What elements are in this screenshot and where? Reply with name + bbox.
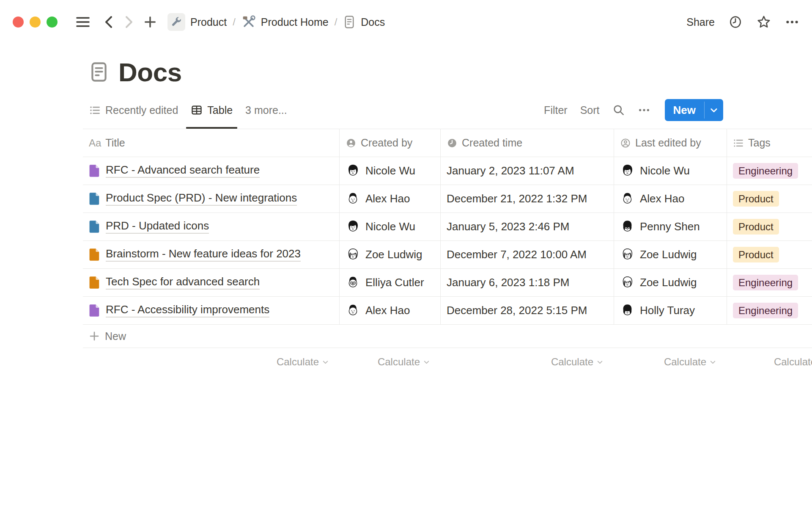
add-row-button[interactable]: New <box>83 325 812 348</box>
row-title-text[interactable]: PRD - Updated icons <box>106 220 209 234</box>
last-edited-by-cell[interactable]: Penny Shen <box>614 213 727 241</box>
tag-pill[interactable]: Product <box>733 191 779 207</box>
last-edited-by-cell[interactable]: Holly Turay <box>614 297 727 325</box>
column-header-label: Last edited by <box>635 137 701 149</box>
created-time-cell[interactable]: January 6, 2023 1:18 PM <box>440 269 614 297</box>
row-title-text[interactable]: Brainstorm - New feature ideas for 2023 <box>106 248 301 262</box>
search-icon[interactable] <box>612 104 625 116</box>
calculate-last-edited-by[interactable]: Calculate <box>614 348 727 376</box>
tag-pill[interactable]: Product <box>733 247 779 262</box>
more-options-icon[interactable] <box>785 15 799 29</box>
calculate-tags[interactable]: Calculate <box>727 348 812 376</box>
tab-recently-edited[interactable]: Recently edited <box>83 91 184 129</box>
tags-cell[interactable]: Product <box>727 213 812 241</box>
view-options-icon[interactable] <box>638 104 650 116</box>
last-edited-by-avatar <box>620 219 635 234</box>
page-title[interactable]: Docs <box>118 57 182 87</box>
tag-pill[interactable]: Engineering <box>733 303 798 318</box>
hammer-wrench-icon <box>241 15 256 29</box>
new-button-chevron-down-icon[interactable] <box>705 99 723 121</box>
calculate-created-by[interactable]: Calculate <box>339 348 440 376</box>
created-time-text: December 7, 2022 10:00 AM <box>447 248 587 261</box>
tags-cell[interactable]: Product <box>727 241 812 269</box>
tags-cell[interactable]: Engineering <box>727 269 812 297</box>
tab-table[interactable]: Table <box>184 91 239 129</box>
tab-more-views[interactable]: 3 more... <box>239 91 294 129</box>
calculate-created-time[interactable]: Calculate <box>440 348 614 376</box>
new-page-icon[interactable] <box>144 16 156 28</box>
last-edited-by-cell[interactable]: Alex Hao <box>614 185 727 213</box>
back-button[interactable] <box>103 16 114 28</box>
clock-filled-icon <box>447 138 458 149</box>
tag-pill[interactable]: Product <box>733 219 779 235</box>
calculate-title[interactable]: Calculate <box>83 348 339 376</box>
tag-pill[interactable]: Engineering <box>733 163 798 179</box>
created-by-cell[interactable]: Elliya Cutler <box>339 269 440 297</box>
breadcrumb-label-product[interactable]: Product <box>190 16 227 28</box>
favorite-star-icon[interactable] <box>756 14 771 30</box>
calculate-label: Calculate <box>277 356 319 368</box>
share-button[interactable]: Share <box>686 16 715 28</box>
doc-page-icon <box>89 304 100 317</box>
created-by-avatar <box>346 191 360 206</box>
zoom-window-button[interactable] <box>47 17 58 28</box>
database-table: Aa Title Created by Created time Last ed… <box>83 129 812 376</box>
created-time-cell[interactable]: December 7, 2022 10:00 AM <box>440 241 614 269</box>
created-time-cell[interactable]: December 28, 2022 5:15 PM <box>440 297 614 325</box>
row-title-text[interactable]: Tech Spec for advanced search <box>106 276 260 290</box>
column-header-tags[interactable]: Tags <box>727 129 812 157</box>
last-edited-by-cell[interactable]: Zoe Ludwig <box>614 241 727 269</box>
page-doc-icon[interactable] <box>90 61 108 83</box>
column-header-title[interactable]: Aa Title <box>83 129 339 157</box>
title-cell[interactable]: Tech Spec for advanced search <box>83 269 339 297</box>
created-time-text: December 21, 2022 1:32 PM <box>447 192 587 205</box>
table-row: PRD - Updated icons Nicole Wu January 5,… <box>83 213 812 241</box>
updates-clock-icon[interactable] <box>728 15 743 29</box>
title-cell[interactable]: Brainstorm - New feature ideas for 2023 <box>83 241 339 269</box>
breadcrumb-item-product[interactable] <box>167 13 185 31</box>
row-title-text[interactable]: RFC - Accessibility improvements <box>106 304 269 318</box>
title-cell[interactable]: RFC - Accessibility improvements <box>83 297 339 325</box>
created-time-cell[interactable]: January 2, 2023 11:07 AM <box>440 157 614 185</box>
column-header-last-edited-by[interactable]: Last edited by <box>614 129 727 157</box>
title-aa-icon: Aa <box>89 137 101 149</box>
sort-button[interactable]: Sort <box>580 104 600 116</box>
new-button[interactable]: New <box>665 99 704 121</box>
title-cell[interactable]: Product Spec (PRD) - New integrations <box>83 185 339 213</box>
tag-pill[interactable]: Engineering <box>733 275 798 290</box>
created-by-cell[interactable]: Nicole Wu <box>339 213 440 241</box>
tab-label: Recently edited <box>105 104 178 116</box>
title-cell[interactable]: PRD - Updated icons <box>83 213 339 241</box>
forward-button[interactable] <box>123 16 134 28</box>
created-by-cell[interactable]: Nicole Wu <box>339 157 440 185</box>
minimize-window-button[interactable] <box>30 17 41 28</box>
window-titlebar: Product / Product Home / Docs Share <box>0 0 812 44</box>
created-by-cell[interactable]: Zoe Ludwig <box>339 241 440 269</box>
filter-button[interactable]: Filter <box>544 104 568 116</box>
title-cell[interactable]: RFC - Advanced search feature <box>83 157 339 185</box>
wrench-icon <box>170 16 182 28</box>
last-edited-by-cell[interactable]: Nicole Wu <box>614 157 727 185</box>
table-row: RFC - Accessibility improvements Alex Ha… <box>83 297 812 325</box>
column-header-label: Created by <box>361 137 412 149</box>
tags-cell[interactable]: Engineering <box>727 157 812 185</box>
created-by-cell[interactable]: Alex Hao <box>339 185 440 213</box>
sidebar-menu-icon[interactable] <box>75 16 91 28</box>
last-edited-by-cell[interactable]: Zoe Ludwig <box>614 269 727 297</box>
column-header-created-by[interactable]: Created by <box>339 129 440 157</box>
breadcrumb-label-product-home[interactable]: Product Home <box>261 16 329 28</box>
row-title-text[interactable]: RFC - Advanced search feature <box>106 164 260 178</box>
column-header-created-time[interactable]: Created time <box>440 129 614 157</box>
created-time-cell[interactable]: December 21, 2022 1:32 PM <box>440 185 614 213</box>
close-window-button[interactable] <box>13 17 24 28</box>
created-by-cell[interactable]: Alex Hao <box>339 297 440 325</box>
tags-cell[interactable]: Product <box>727 185 812 213</box>
tags-cell[interactable]: Engineering <box>727 297 812 325</box>
row-title-text[interactable]: Product Spec (PRD) - New integrations <box>106 192 297 206</box>
created-time-cell[interactable]: January 5, 2023 2:46 PM <box>440 213 614 241</box>
doc-page-icon <box>89 192 100 205</box>
last-edited-by-avatar <box>620 303 635 318</box>
calculate-label: Calculate <box>378 356 420 368</box>
chevron-down-icon <box>322 359 329 366</box>
breadcrumb-label-docs[interactable]: Docs <box>361 16 385 28</box>
